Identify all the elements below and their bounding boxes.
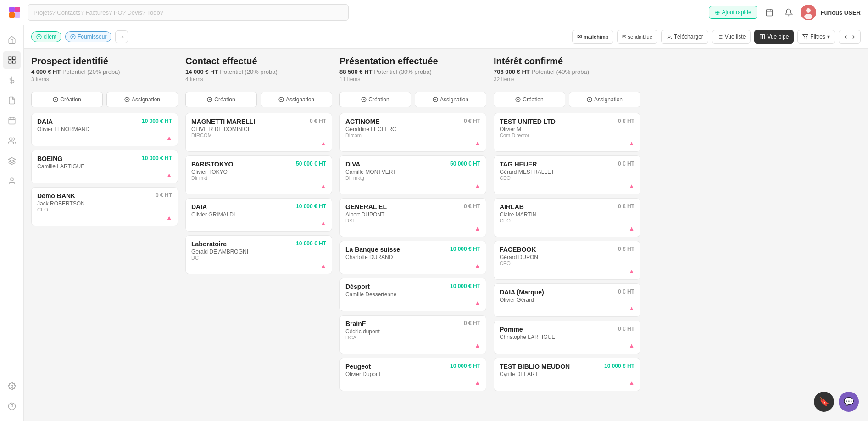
column-amount-col4: 706 000 € HT Potentiel (40% proba) xyxy=(494,68,640,75)
sidebar-item-person[interactable] xyxy=(3,172,21,190)
card-bottom: ▲ xyxy=(500,225,634,232)
sidebar-item-home[interactable] xyxy=(3,31,21,49)
mailchimp-button[interactable]: ✉ mailchimp xyxy=(572,30,613,44)
sidebar-item-calendar[interactable] xyxy=(3,111,21,130)
deal-card[interactable]: Pomme 0 € HT Christophe LARTIGUE ▲ xyxy=(494,321,640,354)
column-cards-col1: DAIA 10 000 € HT Olivier LENORMAND ▲ BOE… xyxy=(31,113,178,414)
card-contact: Charlotte DURAND xyxy=(345,254,480,260)
sidebar-item-layers[interactable] xyxy=(3,152,21,170)
assignation-btn-col3[interactable]: Assignation xyxy=(415,92,486,107)
deal-card[interactable]: AIRLAB 0 € HT Claire MARTIN CEO ▲ xyxy=(494,198,640,237)
user-name: Furious USER xyxy=(821,9,861,16)
deal-card[interactable]: TEST BIBLIO MEUDON 10 000 € HT Cyrille D… xyxy=(494,358,640,391)
card-amount: 10 000 € HT xyxy=(142,155,172,161)
kanban-board: Prospect identifié 4 000 € HT Potentiel … xyxy=(24,49,868,421)
svg-point-20 xyxy=(9,138,12,140)
chat-button[interactable]: 💬 xyxy=(839,392,859,412)
card-contact: Olivier GRIMALDI xyxy=(191,211,326,218)
deal-card[interactable]: MAGNETTI MARELLI 0 € HT OLIVIER DE DOMIN… xyxy=(185,113,332,152)
collapse-button[interactable] xyxy=(839,30,861,44)
sidebar-item-help[interactable] xyxy=(3,397,21,415)
column-title-col1: Prospect identifié xyxy=(31,56,178,66)
avatar[interactable] xyxy=(801,5,816,20)
card-contact: Claire MARTIN xyxy=(500,211,634,218)
client-filter-tag[interactable]: client xyxy=(31,31,61,42)
alert-icon: ▲ xyxy=(474,379,480,386)
deal-card[interactable]: TAG HEUER 0 € HT Gérard MESTRALLET CEO ▲ xyxy=(494,155,640,194)
toolbar: client Fournisseur → ✉ mailchimp ✉ sendi… xyxy=(24,25,868,49)
column-count-col1: 3 items xyxy=(31,76,178,83)
deal-card[interactable]: FACEBOOK 0 € HT Gérard DUPONT CEO ▲ xyxy=(494,241,640,280)
svg-rect-2 xyxy=(9,12,15,18)
deal-card[interactable]: Demo BANK 0 € HT Jack ROBERTSON CEO ▲ xyxy=(31,187,178,226)
sendinblue-label: ✉ sendinblue xyxy=(622,34,652,40)
deal-card[interactable]: BrainF 0 € HT Cédric dupont DGA ▲ xyxy=(339,315,486,354)
search-placeholder: Projets? Contacts? Factures? PO? Devis? … xyxy=(33,9,163,16)
deal-card[interactable]: GENERAL EL 0 € HT Albert DUPONT DSI ▲ xyxy=(339,198,486,237)
column-actions-col3: Création Assignation xyxy=(339,92,486,107)
creation-btn-col1[interactable]: Création xyxy=(31,92,103,107)
card-bottom: ▲ xyxy=(37,214,172,221)
kanban-column-col4: Intérêt confirmé 706 000 € HT Potentiel … xyxy=(494,56,640,414)
card-contact: Cédric dupont xyxy=(345,328,480,335)
sidebar-item-users[interactable] xyxy=(3,132,21,150)
sendinblue-button[interactable]: ✉ sendinblue xyxy=(617,30,657,44)
card-amount: 10 000 € HT xyxy=(450,283,480,289)
assignation-btn-col1[interactable]: Assignation xyxy=(106,92,178,107)
kanban-column-col1: Prospect identifié 4 000 € HT Potentiel … xyxy=(31,56,178,414)
card-company: AIRLAB xyxy=(500,203,524,210)
card-amount: 0 € HT xyxy=(464,118,480,124)
card-top: GENERAL EL 0 € HT xyxy=(345,203,480,210)
svg-rect-4 xyxy=(766,10,773,16)
card-amount: 0 € HT xyxy=(618,288,634,295)
search-bar[interactable]: Projets? Contacts? Factures? PO? Devis? … xyxy=(28,4,349,21)
notification-icon[interactable] xyxy=(781,5,796,20)
assignation-btn-col2[interactable]: Assignation xyxy=(261,92,332,107)
card-company: DAIA xyxy=(37,118,53,125)
creation-btn-col3[interactable]: Création xyxy=(339,92,411,107)
telecharger-label: Télécharger xyxy=(674,33,703,40)
assignation-btn-col4[interactable]: Assignation xyxy=(569,92,640,107)
card-bottom: ▲ xyxy=(345,225,480,232)
column-header-col4: Intérêt confirmé 706 000 € HT Potentiel … xyxy=(494,56,640,87)
alert-icon: ▲ xyxy=(320,183,326,189)
card-top: BOEING 10 000 € HT xyxy=(37,155,172,162)
creation-btn-col2[interactable]: Création xyxy=(185,92,257,107)
sidebar-item-board[interactable] xyxy=(3,51,21,69)
svg-rect-3 xyxy=(15,12,20,18)
deal-card[interactable]: BOEING 10 000 € HT Camille LARTIGUE ▲ xyxy=(31,150,178,183)
filtres-label: Filtres xyxy=(810,33,825,40)
alert-icon: ▲ xyxy=(629,379,634,386)
bookmark-button[interactable]: 🔖 xyxy=(814,392,834,412)
deal-card[interactable]: Désport 10 000 € HT Camille Dessertenne … xyxy=(339,278,486,311)
fournisseur-filter-tag[interactable]: Fournisseur xyxy=(65,31,111,42)
deal-card[interactable]: La Banque suisse 10 000 € HT Charlotte D… xyxy=(339,241,486,274)
filtres-button[interactable]: Filtres ▾ xyxy=(797,30,835,44)
deal-card[interactable]: Peugeot 10 000 € HT Olivier Dupont ▲ xyxy=(339,358,486,391)
deal-card[interactable]: DAIA (Marque) 0 € HT Olivier Gérard ▲ xyxy=(494,283,640,317)
deal-card[interactable]: DIVA 50 000 € HT Camille MONTVERT Dir mk… xyxy=(339,155,486,194)
deal-card[interactable]: PARISTOKYO 50 000 € HT Olivier TOKYO Dir… xyxy=(185,155,332,194)
sidebar-item-settings[interactable] xyxy=(3,377,21,395)
card-contact: Olivier Dupont xyxy=(345,371,480,377)
deal-card[interactable]: DAIA 10 000 € HT Olivier LENORMAND ▲ xyxy=(31,113,178,146)
card-top: FACEBOOK 0 € HT xyxy=(500,246,634,253)
deal-card[interactable]: Laboratoire 10 000 € HT Gerald DE AMBROG… xyxy=(185,235,332,274)
calendar-nav-icon[interactable] xyxy=(762,5,777,20)
card-top: DIVA 50 000 € HT xyxy=(345,161,480,168)
alert-icon: ▲ xyxy=(166,172,172,178)
vue-pipe-button[interactable]: Vue pipe xyxy=(754,30,794,44)
deal-card[interactable]: TEST UNITED LTD 0 € HT Olivier M Com Dir… xyxy=(494,113,640,152)
vue-liste-button[interactable]: Vue liste xyxy=(712,30,751,44)
deal-card[interactable]: ACTINOME 0 € HT Géraldine LECLERC Dircom… xyxy=(339,113,486,152)
ajout-rapide-button[interactable]: ⊕ Ajout rapide xyxy=(709,6,757,19)
creation-btn-col4[interactable]: Création xyxy=(494,92,565,107)
card-contact: OLIVIER DE DOMINICI xyxy=(191,126,326,133)
sidebar-item-docs[interactable] xyxy=(3,91,21,110)
sidebar-item-finance[interactable] xyxy=(3,71,21,89)
deal-card[interactable]: DAIA 10 000 € HT Olivier GRIMALDI ▲ xyxy=(185,198,332,232)
card-company: BrainF xyxy=(345,320,366,327)
telecharger-button[interactable]: Télécharger xyxy=(661,30,708,44)
expand-filters-button[interactable]: → xyxy=(115,30,128,43)
alert-icon: ▲ xyxy=(320,220,326,227)
